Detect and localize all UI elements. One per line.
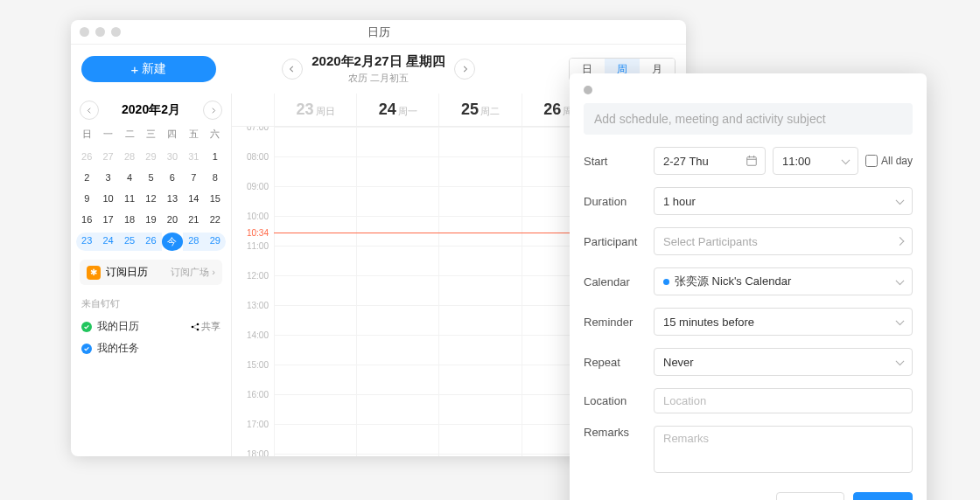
mini-day-cell[interactable]: 29: [140, 149, 161, 164]
save-button[interactable]: Save: [853, 492, 913, 500]
reminder-value: 15 minutes before: [663, 316, 754, 329]
mini-day-cell[interactable]: 28: [119, 149, 140, 164]
remarks-input[interactable]: [654, 426, 913, 473]
duration-select[interactable]: 1 hour: [654, 187, 913, 215]
mini-day-cell[interactable]: 3: [97, 170, 118, 185]
row-calendar: Calendar 张奕源 Nick's Calendar: [584, 267, 913, 295]
mini-day-cell[interactable]: 今: [162, 233, 183, 251]
location-label: Location: [584, 394, 645, 407]
share-button[interactable]: 共享: [191, 320, 220, 333]
duration-value: 1 hour: [663, 195, 696, 208]
mini-day-cell[interactable]: 30: [162, 149, 183, 164]
mini-dow: 日: [76, 125, 97, 143]
mini-day-cell[interactable]: 5: [140, 170, 161, 185]
mini-calendar[interactable]: 日一二三四五六262728293031123456789101112131415…: [71, 125, 231, 251]
row-start: Start 2-27 Thu 11:00 All day: [584, 147, 913, 175]
mini-next-button[interactable]: [203, 101, 222, 120]
titlebar: 日历: [71, 20, 686, 45]
mini-day-cell[interactable]: 11: [119, 191, 140, 206]
mini-day-cell[interactable]: 12: [140, 191, 161, 206]
mini-day-cell[interactable]: 15: [205, 191, 226, 206]
mini-day-cell[interactable]: 4: [119, 170, 140, 185]
day-header-cell[interactable]: 25周二: [438, 94, 521, 126]
day-header-cell[interactable]: 24周一: [356, 94, 438, 126]
mini-day-cell[interactable]: 2: [76, 170, 97, 185]
day-header-cell[interactable]: 23周日: [274, 94, 356, 126]
start-time-value: 11:00: [782, 155, 811, 168]
mini-day-cell[interactable]: 17: [97, 212, 118, 227]
prev-week-button[interactable]: [282, 59, 303, 80]
repeat-value: Never: [663, 356, 694, 369]
mini-day-cell[interactable]: 10: [97, 191, 118, 206]
mini-day-cell[interactable]: 9: [76, 191, 97, 206]
mini-day-cell[interactable]: 21: [183, 212, 204, 227]
calendar-label: Calendar: [584, 275, 645, 288]
calendar-item[interactable]: 我的日历共享: [71, 316, 231, 337]
mini-day-cell[interactable]: 13: [162, 191, 183, 206]
date-main: 2020年2月27日 星期四: [312, 53, 445, 70]
mini-day-cell[interactable]: 26: [140, 233, 161, 251]
mini-cal-title: 2020年2月: [108, 102, 194, 118]
participant-select[interactable]: Select Participants: [654, 227, 913, 255]
hour-label: 14:00: [247, 330, 269, 340]
reminder-select[interactable]: 15 minutes before: [654, 308, 913, 336]
new-event-button[interactable]: 新建: [81, 56, 216, 82]
subscribe-calendar[interactable]: ✱ 订阅日历 订阅广场 ›: [80, 260, 222, 285]
next-week-button[interactable]: [454, 59, 475, 80]
mini-day-cell[interactable]: 24: [97, 233, 118, 251]
mini-day-cell[interactable]: 25: [119, 233, 140, 251]
chevron-right-icon: [210, 108, 216, 114]
day-col-line: [522, 127, 522, 456]
calendar-color-icon: [663, 279, 669, 285]
mini-day-cell[interactable]: 20: [162, 212, 183, 227]
mini-dow: 六: [205, 125, 226, 143]
mini-day-cell[interactable]: 31: [183, 149, 204, 164]
mini-day-cell[interactable]: 6: [162, 170, 183, 185]
mini-day-cell[interactable]: 18: [119, 212, 140, 227]
mini-day-cell[interactable]: 22: [205, 212, 226, 227]
mini-day-cell[interactable]: 29: [205, 233, 226, 251]
mini-dow: 五: [183, 125, 204, 143]
calendar-item[interactable]: 我的任务: [71, 337, 231, 359]
time-gutter: 07:0008:0009:0010:0011:0012:0013:0014:00…: [232, 127, 274, 456]
repeat-select[interactable]: Never: [654, 348, 913, 376]
day-col-line: [356, 127, 357, 456]
hour-label: 18:00: [247, 449, 269, 457]
mini-day-cell[interactable]: 1: [205, 149, 226, 164]
mini-day-cell[interactable]: 23: [76, 233, 97, 251]
location-input[interactable]: [654, 388, 913, 413]
mini-prev-button[interactable]: [80, 101, 99, 120]
start-time-select[interactable]: 11:00: [773, 147, 858, 175]
all-day-checkbox[interactable]: [865, 155, 878, 167]
row-remarks: Remarks: [584, 426, 913, 473]
cancel-button[interactable]: Cancel: [776, 492, 844, 500]
mini-day-cell[interactable]: 28: [183, 233, 204, 251]
subject-input[interactable]: [584, 103, 913, 135]
date-lunar: 农历 二月初五: [312, 72, 445, 85]
mini-day-cell[interactable]: 14: [183, 191, 204, 206]
subscribe-plaza[interactable]: 订阅广场 ›: [171, 266, 215, 279]
row-reminder: Reminder 15 minutes before: [584, 308, 913, 336]
new-event-label: 新建: [142, 61, 166, 77]
mini-day-cell[interactable]: 8: [205, 170, 226, 185]
calendar-value: 张奕源 Nick's Calendar: [675, 274, 791, 289]
mini-day-cell[interactable]: 19: [140, 212, 161, 227]
reminder-label: Reminder: [584, 316, 645, 329]
participant-label: Participant: [584, 235, 645, 248]
chevron-left-icon: [289, 66, 296, 73]
calendar-icon: [746, 155, 758, 167]
mini-day-cell[interactable]: 16: [76, 212, 97, 227]
mini-dow: 四: [162, 125, 183, 143]
mini-day-cell[interactable]: 26: [76, 149, 97, 164]
check-icon: [81, 344, 92, 354]
row-location: Location: [584, 388, 913, 413]
start-date-picker[interactable]: 2-27 Thu: [654, 147, 766, 175]
all-day-toggle[interactable]: All day: [865, 155, 913, 167]
day-col-line: [438, 127, 439, 456]
row-participant: Participant Select Participants: [584, 227, 913, 255]
mini-day-cell[interactable]: 27: [97, 149, 118, 164]
mini-day-cell[interactable]: 7: [183, 170, 204, 185]
popover-handle-icon[interactable]: [584, 86, 592, 94]
calendar-select[interactable]: 张奕源 Nick's Calendar: [654, 267, 913, 295]
hour-label: 13:00: [247, 301, 269, 310]
